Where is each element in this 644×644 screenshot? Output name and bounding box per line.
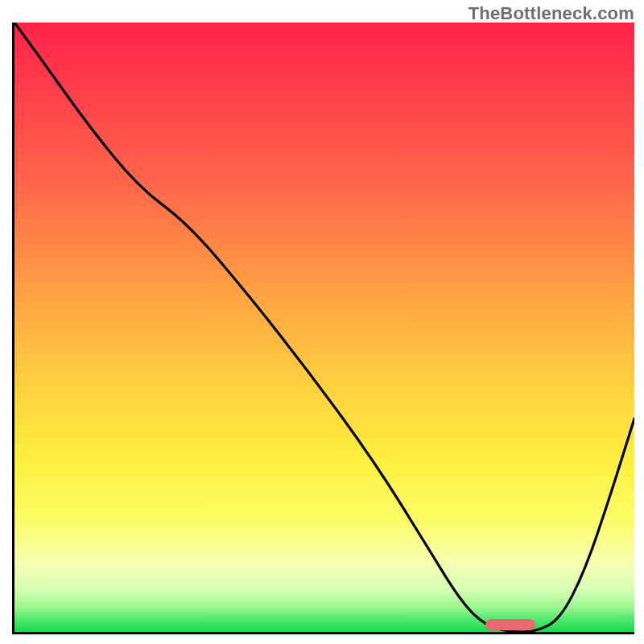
optimal-range-marker (485, 619, 535, 630)
watermark-label: TheBottleneck.com (469, 3, 634, 24)
plot-area (12, 23, 634, 634)
bottleneck-curve-path (14, 23, 634, 632)
bottleneck-chart: TheBottleneck.com (0, 0, 644, 644)
curve-layer (14, 23, 634, 632)
